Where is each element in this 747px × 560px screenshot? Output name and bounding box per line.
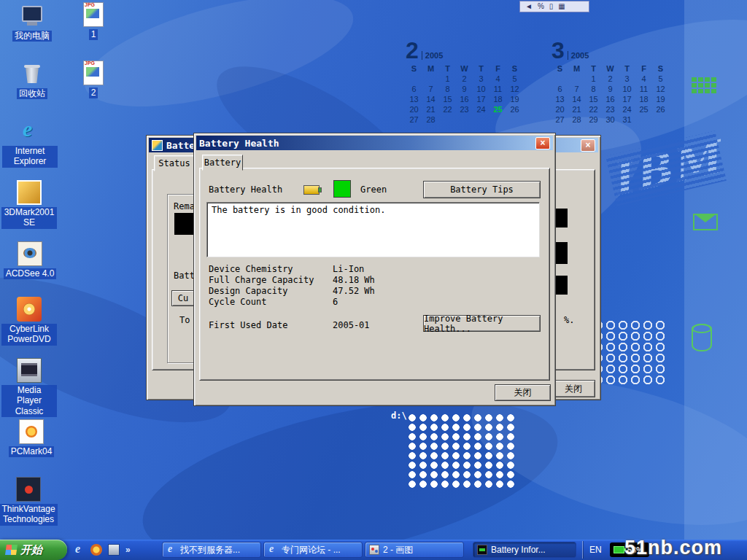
- calendar-day: 1: [585, 74, 602, 85]
- battery-icon: [303, 185, 320, 195]
- battery-tips-button[interactable]: Battery Tips: [423, 181, 541, 198]
- keypad-cell: [692, 83, 697, 88]
- drive-label: d:\: [391, 411, 407, 421]
- desktop-icon-thinkvantage[interactable]: ThinkVantage Technologies: [1, 477, 56, 526]
- calendar-year: 2005: [422, 51, 443, 60]
- jpg-file-icon: [83, 61, 104, 85]
- taskbar-task-1[interactable]: 找不到服务器...: [162, 542, 261, 558]
- calendar-header: 32005: [551, 36, 672, 61]
- desktop-icon-label: ACDSee 4.0: [4, 268, 57, 279]
- first-used-row: First Used Date2005-01: [209, 318, 370, 331]
- calendar-day: 9: [602, 85, 619, 95]
- calendar-day: 8: [585, 85, 602, 95]
- desktop-icon-label: ThinkVantage Technologies: [0, 504, 58, 526]
- calendar-dow: T: [619, 64, 635, 74]
- desktop-icon-label: 3DMark2001 SE: [1, 207, 57, 229]
- volume-icon[interactable]: ◄: [525, 3, 533, 10]
- battery-health-titlebar[interactable]: Battery Health: [196, 136, 553, 150]
- tray-battery-icon: [614, 546, 624, 553]
- current-button-fragment[interactable]: Cu: [171, 290, 195, 306]
- calendar-day: 28: [568, 115, 585, 125]
- desktop-icon-ie[interactable]: Internet Explorer: [2, 119, 58, 168]
- close-icon[interactable]: [535, 137, 550, 149]
- tab-battery[interactable]: Battery: [202, 155, 243, 171]
- calendar-day: 27: [551, 115, 568, 125]
- calendar-day: 13: [406, 95, 422, 105]
- desktop-icon-my-computer[interactable]: 我的电脑: [4, 4, 60, 42]
- calendar-day: 26: [652, 105, 669, 115]
- calendar-day: [551, 74, 568, 85]
- chevron-more-icon[interactable]: »: [125, 545, 131, 555]
- acdsee-icon: [18, 241, 42, 266]
- task-label: Battery Infor...: [491, 545, 549, 555]
- language-indicator[interactable]: EN: [589, 545, 602, 555]
- desktop: IBM d:\ ◄ % ▯ ▦ 22005SMTWTFS123456789101…: [0, 0, 747, 560]
- field-row: Device ChemistryLi-Ion: [209, 262, 375, 273]
- improve-battery-health-button[interactable]: Improve Battery Health...: [423, 315, 541, 332]
- calendar-day: 22: [585, 105, 602, 115]
- calendar-day: 14: [568, 95, 585, 105]
- taskbar-task-4[interactable]: Battery Infor...: [473, 542, 576, 558]
- calendar-dow: S: [551, 64, 568, 74]
- display-icon[interactable]: ▦: [558, 3, 565, 10]
- task-label: 找不到服务器...: [180, 544, 243, 556]
- calendar-day: 20: [551, 105, 568, 115]
- top-tray-bar[interactable]: ◄ % ▯ ▦: [519, 1, 589, 12]
- desktop-file-1[interactable]: 1: [71, 2, 115, 40]
- keypad-cell: [692, 77, 697, 82]
- calendar-day: 9: [456, 85, 473, 95]
- calendar-day: 30: [602, 115, 619, 125]
- taskbar-task-2[interactable]: 专门网论坛 - ...: [263, 542, 363, 558]
- desktop-file-2[interactable]: 2: [71, 61, 115, 98]
- battery-health-dialog: Battery Health Battery Battery Health Gr…: [193, 133, 556, 406]
- ie-quicklaunch-icon[interactable]: [73, 544, 85, 556]
- calendar-dow: W: [602, 64, 619, 74]
- battery-app-icon: [152, 140, 163, 151]
- calendar-day: 17: [473, 95, 489, 105]
- taskbar-task-3[interactable]: 2 - 画图: [365, 542, 464, 558]
- calendar-dow: S: [506, 64, 523, 74]
- tray-battery-indicator[interactable]: 58%: [610, 542, 649, 557]
- battery-status-icon[interactable]: ▯: [549, 3, 554, 10]
- desktop-icon-threedmark[interactable]: 3DMark2001 SE: [1, 180, 57, 229]
- close-icon[interactable]: [581, 139, 595, 152]
- calendar-day: 21: [568, 105, 585, 115]
- close-button[interactable]: 关闭: [551, 380, 595, 397]
- field-value: 6: [333, 297, 338, 307]
- field-value: 47.52 Wh: [333, 286, 375, 296]
- desktop-icon-pcmark[interactable]: PCMark04: [4, 419, 59, 457]
- condition-text-box[interactable]: The battery is in good condition.: [206, 202, 540, 257]
- tab-status[interactable]: Status: [154, 155, 195, 171]
- desktop-icon-recycle-bin[interactable]: 回收站: [4, 61, 60, 99]
- desktop-icon-powerdvd[interactable]: CyberLink PowerDVD: [1, 297, 57, 346]
- desktop-icon-mpc[interactable]: Media Player Classic: [1, 358, 57, 417]
- calendar-day: 23: [602, 105, 619, 115]
- windows-flag-icon: [5, 545, 18, 555]
- show-desktop-icon[interactable]: [108, 544, 120, 556]
- calendar-day: 29: [585, 115, 602, 125]
- battery-health-label: Battery Health: [209, 184, 282, 195]
- ibm-logo: IBM: [605, 131, 727, 206]
- calendar-day: 20: [406, 105, 422, 115]
- mpc-icon: [17, 358, 42, 383]
- media-quicklaunch-icon[interactable]: [90, 544, 102, 556]
- calendar-day: 17: [619, 95, 635, 105]
- desktop-icon-acdsee[interactable]: ACDSee 4.0: [2, 241, 58, 279]
- calendar-dow: F: [489, 64, 506, 74]
- calendar-month-number: 3: [551, 40, 565, 61]
- calendar-day: 21: [422, 105, 439, 115]
- calendar-day: 22: [439, 105, 456, 115]
- threedmark-icon: [17, 180, 42, 205]
- desktop-icon-label: Internet Explorer: [2, 146, 58, 168]
- powerdvd-icon: [17, 297, 42, 322]
- calendar-dow: T: [585, 64, 602, 74]
- calendar-day: 16: [456, 95, 473, 105]
- close-button[interactable]: 关闭: [495, 384, 551, 401]
- dot-grid-pattern: [407, 413, 518, 489]
- start-button[interactable]: 开始: [0, 540, 67, 560]
- battery-gauge-fragment: [174, 213, 195, 235]
- gauge-block-1: [555, 209, 568, 228]
- ie-icon: [268, 545, 278, 555]
- percent-icon[interactable]: %: [538, 3, 544, 10]
- calendar-day: 25: [489, 105, 506, 115]
